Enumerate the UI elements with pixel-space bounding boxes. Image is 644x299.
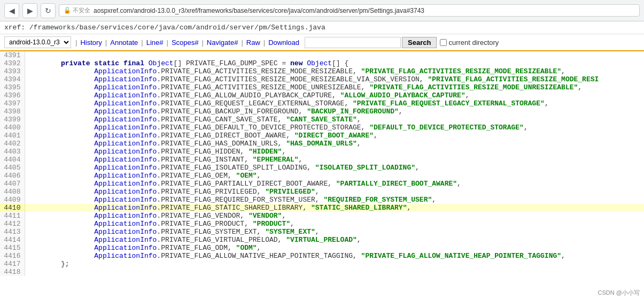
- search-input[interactable]: [305, 37, 401, 48]
- table-row: 4416 ApplicationInfo.PRIVATE_FLAG_ALLOW_…: [0, 252, 644, 260]
- table-row: 4411 ApplicationInfo.PRIVATE_FLAG_VENDOR…: [0, 212, 644, 220]
- line-content: ApplicationInfo.PRIVATE_FLAG_VENDOR, "VE…: [25, 212, 644, 220]
- line-content: ApplicationInfo.PRIVATE_FLAG_STATIC_SHAR…: [25, 204, 644, 212]
- line-link[interactable]: Line#: [144, 37, 166, 48]
- line-content: ApplicationInfo.PRIVATE_FLAG_ACTIVITIES_…: [25, 83, 644, 91]
- line-content: ApplicationInfo.PRIVATE_FLAG_HIDDEN, "HI…: [25, 148, 644, 156]
- watermark: CSDN @小小写: [598, 289, 640, 290]
- table-row: 4410 ApplicationInfo.PRIVATE_FLAG_STATIC…: [0, 204, 644, 212]
- line-number: 4415: [0, 244, 25, 252]
- line-number: 4407: [0, 180, 25, 188]
- line-number: 4414: [0, 236, 25, 244]
- line-content: ApplicationInfo.PRIVATE_FLAG_ISOLATED_SP…: [25, 164, 644, 172]
- line-number: 4394: [0, 75, 25, 83]
- table-row: 4414 ApplicationInfo.PRIVATE_FLAG_VIRTUA…: [0, 236, 644, 244]
- forward-button[interactable]: ▶: [22, 3, 37, 18]
- line-number: 4403: [0, 148, 25, 156]
- line-number: 4417: [0, 260, 25, 268]
- line-number: 4416: [0, 252, 25, 260]
- line-content: ApplicationInfo.PRIVATE_FLAG_SYSTEM_EXT,…: [25, 228, 644, 236]
- code-table: 4391 4392 private static final Object[] …: [0, 51, 644, 276]
- line-content: ApplicationInfo.PRIVATE_FLAG_ALLOW_AUDIO…: [25, 91, 644, 99]
- line-number: 4391: [0, 51, 25, 59]
- line-content: ApplicationInfo.PRIVATE_FLAG_PARTIALLY_D…: [25, 180, 644, 188]
- line-content: ApplicationInfo.PRIVATE_FLAG_BACKUP_IN_F…: [25, 108, 644, 116]
- line-number: 4412: [0, 220, 25, 228]
- table-row: 4391: [0, 51, 644, 59]
- line-number: 4404: [0, 156, 25, 164]
- history-link[interactable]: History: [78, 37, 104, 48]
- address-bar[interactable]: 🔓 不安全 aospxref.com/android-13.0.0_r3/xre…: [59, 4, 640, 17]
- table-row: 4418: [0, 268, 644, 276]
- table-row: 4399 ApplicationInfo.PRIVATE_FLAG_CANT_S…: [0, 116, 644, 124]
- table-row: 4413 ApplicationInfo.PRIVATE_FLAG_SYSTEM…: [0, 228, 644, 236]
- line-number: 4398: [0, 108, 25, 116]
- line-number: 4395: [0, 83, 25, 91]
- line-number: 4401: [0, 132, 25, 140]
- navigate-link[interactable]: Navigate#: [205, 37, 240, 48]
- line-content: ApplicationInfo.PRIVATE_FLAG_REQUEST_LEG…: [25, 99, 644, 108]
- toolbar: android-13.0.0_r3 | History | Annotate |…: [0, 34, 644, 51]
- current-dir-checkbox[interactable]: [440, 39, 447, 46]
- line-content: ApplicationInfo.PRIVATE_FLAG_ALLOW_NATIV…: [25, 252, 644, 260]
- refresh-button[interactable]: ↻: [41, 3, 56, 18]
- table-row: 4403 ApplicationInfo.PRIVATE_FLAG_HIDDEN…: [0, 148, 644, 156]
- table-row: 4406 ApplicationInfo.PRIVATE_FLAG_OEM, "…: [0, 172, 644, 180]
- line-number: 4408: [0, 188, 25, 196]
- table-row: 4395 ApplicationInfo.PRIVATE_FLAG_ACTIVI…: [0, 83, 644, 91]
- raw-link[interactable]: Raw: [244, 37, 262, 48]
- line-number: 4413: [0, 228, 25, 236]
- line-number: 4397: [0, 99, 25, 108]
- download-link[interactable]: Download: [266, 37, 301, 48]
- table-row: 4408 ApplicationInfo.PRIVATE_FLAG_PRIVIL…: [0, 188, 644, 196]
- breadcrumb: xref: /frameworks/base/services/core/jav…: [0, 21, 644, 34]
- line-number: 4410: [0, 204, 25, 212]
- line-content: ApplicationInfo.PRIVATE_FLAG_ACTIVITIES_…: [25, 75, 644, 83]
- line-number: 4392: [0, 59, 25, 67]
- line-number: 4411: [0, 212, 25, 220]
- code-container: 4391 4392 private static final Object[] …: [0, 51, 644, 290]
- version-select[interactable]: android-13.0.0_r3: [4, 36, 71, 48]
- browser-chrome: ◀ ▶ ↻ 🔓 不安全 aospxref.com/android-13.0.0_…: [0, 0, 644, 21]
- line-content: ApplicationInfo.PRIVATE_FLAG_DIRECT_BOOT…: [25, 132, 644, 140]
- table-row: 4397 ApplicationInfo.PRIVATE_FLAG_REQUES…: [0, 99, 644, 108]
- search-button[interactable]: Search: [402, 37, 437, 48]
- annotate-link[interactable]: Annotate: [108, 37, 140, 48]
- table-row: 4393 ApplicationInfo.PRIVATE_FLAG_ACTIVI…: [0, 67, 644, 75]
- line-content: ApplicationInfo.PRIVATE_FLAG_PRODUCT, "P…: [25, 220, 644, 228]
- table-row: 4402 ApplicationInfo.PRIVATE_FLAG_HAS_DO…: [0, 140, 644, 148]
- line-number: 4393: [0, 67, 25, 75]
- table-row: 4400 ApplicationInfo.PRIVATE_FLAG_DEFAUL…: [0, 124, 644, 132]
- line-content: [25, 51, 644, 59]
- table-row: 4392 private static final Object[] PRIVA…: [0, 59, 644, 67]
- table-row: 4394 ApplicationInfo.PRIVATE_FLAG_ACTIVI…: [0, 75, 644, 83]
- current-dir-label: current directory: [448, 39, 499, 47]
- line-number: 4409: [0, 196, 25, 204]
- table-row: 4417 };: [0, 260, 644, 268]
- line-content: ApplicationInfo.PRIVATE_FLAG_CANT_SAVE_S…: [25, 116, 644, 124]
- table-row: 4405 ApplicationInfo.PRIVATE_FLAG_ISOLAT…: [0, 164, 644, 172]
- table-row: 4396 ApplicationInfo.PRIVATE_FLAG_ALLOW_…: [0, 91, 644, 99]
- table-row: 4398 ApplicationInfo.PRIVATE_FLAG_BACKUP…: [0, 108, 644, 116]
- table-row: 4415 ApplicationInfo.PRIVATE_FLAG_ODM, "…: [0, 244, 644, 252]
- back-button[interactable]: ◀: [4, 3, 19, 18]
- table-row: 4407 ApplicationInfo.PRIVATE_FLAG_PARTIA…: [0, 180, 644, 188]
- line-content: ApplicationInfo.PRIVATE_FLAG_VIRTUAL_PRE…: [25, 236, 644, 244]
- url-text: aospxref.com/android-13.0.0_r3/xref/fram…: [94, 7, 424, 14]
- table-row: 4404 ApplicationInfo.PRIVATE_FLAG_INSTAN…: [0, 156, 644, 164]
- line-content: };: [25, 260, 644, 268]
- line-content: ApplicationInfo.PRIVATE_FLAG_ACTIVITIES_…: [25, 67, 644, 75]
- line-number: 4396: [0, 91, 25, 99]
- table-row: 4401 ApplicationInfo.PRIVATE_FLAG_DIRECT…: [0, 132, 644, 140]
- line-content: ApplicationInfo.PRIVATE_FLAG_INSTANT, "E…: [25, 156, 644, 164]
- line-number: 4402: [0, 140, 25, 148]
- table-row: 4409 ApplicationInfo.PRIVATE_FLAG_REQUIR…: [0, 196, 644, 204]
- line-number: 4399: [0, 116, 25, 124]
- line-number: 4405: [0, 164, 25, 172]
- line-number: 4400: [0, 124, 25, 132]
- table-row: 4412 ApplicationInfo.PRIVATE_FLAG_PRODUC…: [0, 220, 644, 228]
- line-number: 4418: [0, 268, 25, 276]
- line-content: ApplicationInfo.PRIVATE_FLAG_HAS_DOMAIN_…: [25, 140, 644, 148]
- scopes-link[interactable]: Scopes#: [169, 37, 201, 48]
- line-content: [25, 268, 644, 276]
